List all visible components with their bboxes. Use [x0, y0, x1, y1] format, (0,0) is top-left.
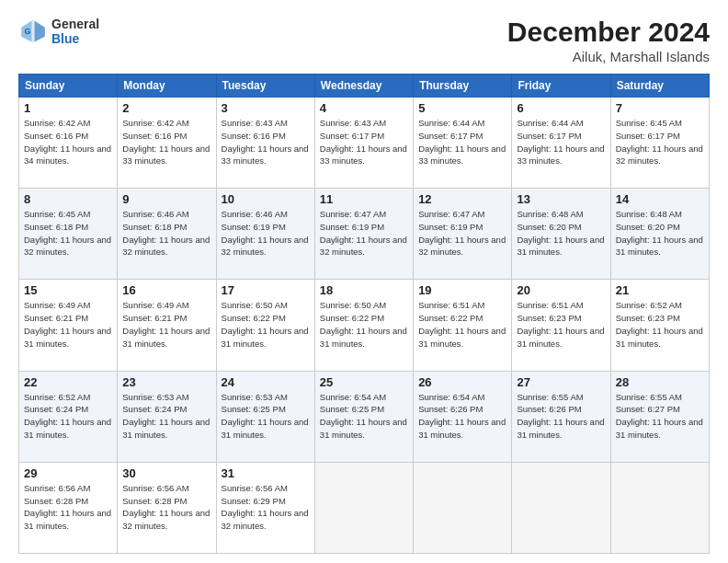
sunset-text: Sunset: 6:28 PM	[122, 496, 187, 506]
day-info: Sunrise: 6:46 AM Sunset: 6:18 PM Dayligh…	[122, 208, 210, 259]
calendar-title: December 2024	[507, 17, 710, 47]
col-thursday: Thursday	[414, 75, 512, 98]
day-number: 29	[24, 466, 112, 480]
day-number: 27	[517, 375, 605, 389]
table-row: 31 Sunrise: 6:56 AM Sunset: 6:29 PM Dayl…	[216, 462, 314, 553]
day-number: 1	[24, 101, 112, 115]
title-block: December 2024 Ailuk, Marshall Islands	[507, 17, 710, 64]
day-number: 7	[616, 101, 704, 115]
header: G General Blue December 2024 Ailuk, Mars…	[18, 17, 710, 64]
daylight-text: Daylight: 11 hours and 31 minutes.	[517, 235, 604, 258]
table-row: 1 Sunrise: 6:42 AM Sunset: 6:16 PM Dayli…	[19, 98, 118, 189]
sunset-text: Sunset: 6:25 PM	[320, 404, 384, 414]
sunset-text: Sunset: 6:19 PM	[418, 222, 483, 232]
day-number: 5	[418, 101, 506, 115]
sunset-text: Sunset: 6:18 PM	[122, 222, 187, 232]
daylight-text: Daylight: 11 hours and 32 minutes.	[122, 508, 210, 531]
daylight-text: Daylight: 11 hours and 31 minutes.	[418, 417, 506, 440]
table-row: 27 Sunrise: 6:55 AM Sunset: 6:26 PM Dayl…	[512, 371, 610, 462]
day-info: Sunrise: 6:56 AM Sunset: 6:29 PM Dayligh…	[222, 482, 310, 533]
sunrise-text: Sunrise: 6:47 AM	[418, 209, 484, 219]
daylight-text: Daylight: 11 hours and 31 minutes.	[616, 326, 703, 349]
calendar-week-row: 15 Sunrise: 6:49 AM Sunset: 6:21 PM Dayl…	[19, 280, 710, 371]
day-number: 25	[320, 375, 408, 389]
sunrise-text: Sunrise: 6:44 AM	[418, 118, 484, 128]
calendar-week-row: 22 Sunrise: 6:52 AM Sunset: 6:24 PM Dayl…	[19, 371, 710, 462]
logo-icon: G	[18, 17, 48, 46]
table-row: 13 Sunrise: 6:48 AM Sunset: 6:20 PM Dayl…	[512, 189, 610, 280]
day-number: 21	[616, 283, 704, 297]
day-info: Sunrise: 6:48 AM Sunset: 6:20 PM Dayligh…	[616, 208, 704, 259]
table-row: 14 Sunrise: 6:48 AM Sunset: 6:20 PM Dayl…	[610, 189, 709, 280]
table-row: 15 Sunrise: 6:49 AM Sunset: 6:21 PM Dayl…	[19, 280, 118, 371]
day-number: 9	[122, 192, 210, 206]
day-info: Sunrise: 6:52 AM Sunset: 6:24 PM Dayligh…	[24, 391, 112, 442]
day-number: 30	[122, 466, 210, 480]
day-info: Sunrise: 6:49 AM Sunset: 6:21 PM Dayligh…	[122, 299, 210, 350]
calendar-week-row: 1 Sunrise: 6:42 AM Sunset: 6:16 PM Dayli…	[19, 98, 710, 189]
daylight-text: Daylight: 11 hours and 33 minutes.	[418, 144, 506, 167]
day-info: Sunrise: 6:53 AM Sunset: 6:24 PM Dayligh…	[122, 391, 210, 442]
sunrise-text: Sunrise: 6:48 AM	[616, 209, 682, 219]
sunset-text: Sunset: 6:21 PM	[122, 313, 187, 323]
day-number: 13	[517, 192, 605, 206]
day-info: Sunrise: 6:56 AM Sunset: 6:28 PM Dayligh…	[24, 482, 112, 533]
sunrise-text: Sunrise: 6:43 AM	[320, 118, 386, 128]
table-row: 12 Sunrise: 6:47 AM Sunset: 6:19 PM Dayl…	[414, 189, 512, 280]
sunrise-text: Sunrise: 6:48 AM	[517, 209, 583, 219]
sunrise-text: Sunrise: 6:56 AM	[24, 483, 90, 493]
sunset-text: Sunset: 6:19 PM	[222, 222, 286, 232]
table-row: 30 Sunrise: 6:56 AM Sunset: 6:28 PM Dayl…	[118, 462, 216, 553]
col-wednesday: Wednesday	[314, 75, 413, 98]
sunset-text: Sunset: 6:16 PM	[222, 131, 286, 141]
sunset-text: Sunset: 6:17 PM	[320, 131, 384, 141]
sunrise-text: Sunrise: 6:53 AM	[222, 392, 288, 402]
table-row: 10 Sunrise: 6:46 AM Sunset: 6:19 PM Dayl…	[216, 189, 314, 280]
sunset-text: Sunset: 6:16 PM	[24, 131, 88, 141]
sunset-text: Sunset: 6:17 PM	[418, 131, 483, 141]
logo-text: General Blue	[51, 17, 99, 46]
sunset-text: Sunset: 6:22 PM	[320, 313, 384, 323]
col-saturday: Saturday	[610, 75, 709, 98]
table-row: 2 Sunrise: 6:42 AM Sunset: 6:16 PM Dayli…	[118, 98, 216, 189]
sunrise-text: Sunrise: 6:45 AM	[24, 209, 90, 219]
table-row: 7 Sunrise: 6:45 AM Sunset: 6:17 PM Dayli…	[610, 98, 709, 189]
daylight-text: Daylight: 11 hours and 31 minutes.	[24, 326, 111, 349]
sunrise-text: Sunrise: 6:55 AM	[616, 392, 682, 402]
day-info: Sunrise: 6:42 AM Sunset: 6:16 PM Dayligh…	[24, 117, 112, 167]
daylight-text: Daylight: 11 hours and 31 minutes.	[320, 326, 407, 349]
sunrise-text: Sunrise: 6:46 AM	[222, 209, 288, 219]
day-info: Sunrise: 6:44 AM Sunset: 6:17 PM Dayligh…	[418, 117, 506, 167]
sunset-text: Sunset: 6:23 PM	[616, 313, 680, 323]
daylight-text: Daylight: 11 hours and 31 minutes.	[122, 326, 210, 349]
sunset-text: Sunset: 6:26 PM	[517, 404, 581, 414]
table-row	[414, 462, 512, 553]
page: G General Blue December 2024 Ailuk, Mars…	[0, 0, 728, 563]
day-info: Sunrise: 6:45 AM Sunset: 6:17 PM Dayligh…	[616, 117, 704, 167]
sunset-text: Sunset: 6:29 PM	[222, 496, 286, 506]
day-number: 14	[616, 192, 704, 206]
table-row: 6 Sunrise: 6:44 AM Sunset: 6:17 PM Dayli…	[512, 98, 610, 189]
sunrise-text: Sunrise: 6:47 AM	[320, 209, 386, 219]
table-row: 25 Sunrise: 6:54 AM Sunset: 6:25 PM Dayl…	[314, 371, 413, 462]
daylight-text: Daylight: 11 hours and 33 minutes.	[517, 144, 604, 167]
daylight-text: Daylight: 11 hours and 31 minutes.	[517, 417, 604, 440]
sunrise-text: Sunrise: 6:42 AM	[24, 118, 90, 128]
sunset-text: Sunset: 6:28 PM	[24, 496, 88, 506]
table-row	[314, 462, 413, 553]
table-row: 9 Sunrise: 6:46 AM Sunset: 6:18 PM Dayli…	[118, 189, 216, 280]
day-number: 24	[222, 375, 310, 389]
svg-text:G: G	[24, 27, 30, 36]
sunrise-text: Sunrise: 6:54 AM	[418, 392, 484, 402]
sunset-text: Sunset: 6:25 PM	[222, 404, 286, 414]
daylight-text: Daylight: 11 hours and 33 minutes.	[222, 144, 309, 167]
sunset-text: Sunset: 6:17 PM	[517, 131, 581, 141]
table-row: 19 Sunrise: 6:51 AM Sunset: 6:22 PM Dayl…	[414, 280, 512, 371]
logo-line2: Blue	[51, 31, 99, 46]
table-row: 28 Sunrise: 6:55 AM Sunset: 6:27 PM Dayl…	[610, 371, 709, 462]
table-row: 17 Sunrise: 6:50 AM Sunset: 6:22 PM Dayl…	[216, 280, 314, 371]
table-row: 18 Sunrise: 6:50 AM Sunset: 6:22 PM Dayl…	[314, 280, 413, 371]
sunset-text: Sunset: 6:20 PM	[517, 222, 581, 232]
calendar-table: Sunday Monday Tuesday Wednesday Thursday…	[18, 74, 710, 554]
sunset-text: Sunset: 6:24 PM	[24, 404, 88, 414]
